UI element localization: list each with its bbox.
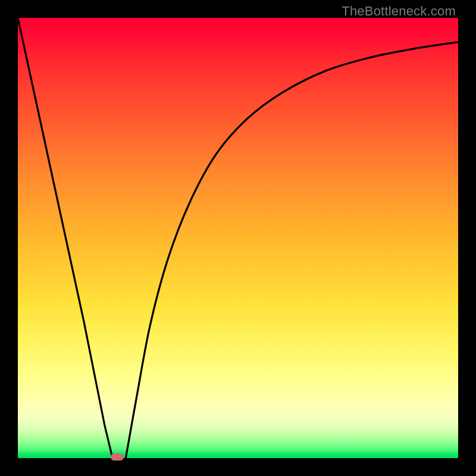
watermark-text: TheBottleneck.com [342, 4, 456, 19]
curve-svg [18, 18, 458, 458]
minimum-marker [111, 453, 124, 461]
curve-left-limb [18, 18, 112, 458]
curve-right-limb [126, 42, 458, 458]
plot-area [18, 18, 458, 458]
chart-frame: TheBottleneck.com [0, 0, 476, 476]
